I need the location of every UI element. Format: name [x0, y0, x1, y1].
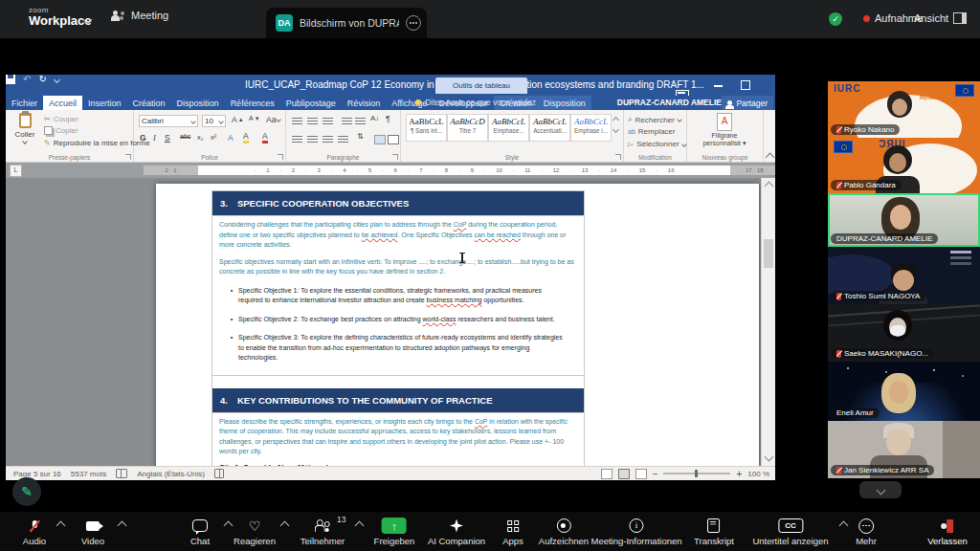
style-card-accentuation[interactable]: AaBbCcLAccentuati...	[529, 114, 570, 142]
video-options-chevron-icon[interactable]	[118, 521, 127, 531]
record-button[interactable]: Aufzeichnen	[539, 518, 589, 546]
styles-scroll-up-icon[interactable]	[612, 117, 619, 123]
align-center-button[interactable]	[307, 135, 318, 143]
align-right-button[interactable]	[323, 135, 333, 143]
ai-companion-button[interactable]: AI Companion	[428, 518, 485, 546]
view-button[interactable]: Ansicht	[914, 12, 967, 24]
zoom-level[interactable]: 100 %	[747, 470, 769, 478]
paste-button[interactable]: Coller	[10, 113, 40, 155]
replace-button[interactable]: ab Remplacer	[628, 127, 675, 136]
tab-references[interactable]: Références	[225, 96, 280, 110]
meeting-info-button[interactable]: i Meeting-Informationen	[590, 518, 681, 546]
increase-indent-button[interactable]	[355, 117, 366, 125]
qat-customize-icon[interactable]	[54, 76, 60, 82]
zoom-in-icon[interactable]: +	[736, 469, 742, 479]
undo-icon[interactable]: ↶	[23, 75, 31, 84]
watermark-button[interactable]: A Filigrane personnalisé ▾	[697, 113, 752, 147]
document-page[interactable]: 3.SPECIFIC COOPERATION OBJECTIVES Consid…	[156, 184, 759, 466]
web-layout-icon[interactable]	[635, 469, 647, 479]
participant-tile-jan-sienkiewicz[interactable]: Jan Sienkiewicz ARR SA	[828, 421, 980, 478]
apps-button[interactable]: Apps	[502, 518, 523, 546]
reactions-button[interactable]: ♡ Reagieren	[234, 518, 276, 546]
tab-revision[interactable]: Révision	[342, 96, 387, 110]
font-size-select[interactable]: 10	[202, 115, 226, 127]
save-icon[interactable]	[6, 75, 15, 84]
bold-button[interactable]: G	[140, 133, 146, 143]
paragraph-dialog-launcher-icon[interactable]	[392, 154, 398, 160]
underline-button[interactable]: S	[165, 133, 170, 143]
share-document-button[interactable]: Partager	[722, 96, 773, 110]
justify-button[interactable]	[338, 135, 348, 143]
tab-disposition[interactable]: Disposition	[171, 96, 225, 110]
copy-button[interactable]: Copier	[44, 126, 78, 135]
scrollbar-thumb[interactable]	[764, 239, 773, 268]
captions-button[interactable]: CC Untertitel anzeigen	[752, 518, 828, 546]
tab-ctx-disposition[interactable]: Disposition	[538, 96, 591, 110]
shrink-font-button[interactable]: A▼	[249, 115, 260, 121]
participant-tile-toshio-sumi[interactable]: Toshio Sumi NAGOYA	[828, 247, 980, 304]
sort-button[interactable]: A↓	[370, 114, 379, 122]
audio-options-chevron-icon[interactable]	[56, 521, 66, 531]
tab-accueil[interactable]: Accueil	[43, 96, 82, 110]
tab-options-icon[interactable]	[406, 15, 421, 31]
subscript-button[interactable]: x₂	[197, 133, 204, 142]
tab-insertion[interactable]: Insertion	[82, 96, 127, 110]
tell-me-box[interactable]: Dites-nous ce que vous voulez	[415, 98, 536, 107]
bullets-button[interactable]	[292, 117, 302, 125]
numbering-button[interactable]	[307, 117, 318, 125]
transcript-button[interactable]: Transkript	[694, 518, 734, 546]
line-spacing-button[interactable]: ⇅	[357, 132, 364, 141]
annotate-button[interactable]: ✎	[12, 477, 41, 506]
tab-publipostage[interactable]: Publipostage	[280, 96, 342, 110]
font-color-button[interactable]: A	[262, 131, 268, 143]
zoom-slider[interactable]	[663, 473, 730, 474]
styles-dialog-launcher-icon[interactable]	[615, 154, 621, 160]
font-name-select[interactable]: Calibri	[139, 115, 198, 127]
borders-button[interactable]	[388, 135, 399, 144]
account-name[interactable]: DUPRAZ-CANARD AMELIE	[617, 98, 722, 107]
redo-icon[interactable]: ↻	[38, 75, 46, 84]
tab-creation[interactable]: Création	[127, 96, 171, 110]
style-card-emphase[interactable]: AaBbCcLEmphase...	[488, 114, 529, 142]
change-case-button[interactable]: Aa	[266, 115, 280, 124]
tab-shared-screen[interactable]: DA Bildschirm von DUPRAZ-CANAR	[266, 8, 427, 38]
italic-button[interactable]: I	[153, 133, 156, 143]
participant-tile-pablo-gandara[interactable]: IURC Pablo Gándara	[828, 138, 980, 193]
participant-tile-dupraz-canard[interactable]: DUPRAZ-CANARD AMELIE	[828, 193, 980, 247]
more-participants-button[interactable]	[859, 481, 902, 498]
page-indicator[interactable]: Page 5 sur 16	[13, 470, 61, 478]
scroll-up-icon[interactable]	[765, 182, 774, 191]
security-shield-icon[interactable]: ✓	[829, 12, 842, 26]
word-count[interactable]: 5537 mots	[71, 470, 106, 478]
tab-fichier[interactable]: Fichier	[6, 96, 43, 110]
macro-record-icon[interactable]	[214, 469, 224, 478]
participant-tile-saeko-masaki[interactable]: Saeko MASAKI(NAGO...	[828, 304, 980, 362]
font-dialog-launcher-icon[interactable]	[278, 154, 283, 160]
zoom-out-icon[interactable]: −	[653, 469, 658, 479]
tab-meeting[interactable]: Meeting	[111, 10, 168, 21]
multilevel-list-button[interactable]	[323, 117, 333, 125]
text-effects-button[interactable]: A	[228, 133, 234, 143]
reactions-options-chevron-icon[interactable]	[280, 521, 290, 531]
select-button[interactable]: ▻ Sélectionner	[628, 140, 686, 148]
audio-button[interactable]: Audio	[23, 518, 46, 546]
style-card-emphase-intense[interactable]: AaBbCcLEmphase i...	[570, 114, 612, 142]
show-marks-button[interactable]: ¶	[386, 114, 390, 123]
clipboard-dialog-launcher-icon[interactable]	[125, 154, 131, 160]
captions-options-chevron-icon[interactable]	[839, 521, 849, 531]
style-card-titre7[interactable]: AaBbCcDTitre 7	[447, 114, 488, 142]
decrease-indent-button[interactable]	[342, 117, 352, 125]
find-button[interactable]: ⌕ Rechercher	[628, 115, 681, 124]
participants-options-chevron-icon[interactable]	[355, 521, 365, 531]
style-card-sans-interligne[interactable]: AaBbCcL¶ Sans int...	[406, 114, 447, 142]
proofing-icon[interactable]	[116, 469, 127, 478]
collapse-ribbon-icon[interactable]	[766, 153, 775, 163]
shading-button[interactable]	[374, 135, 386, 144]
styles-scroll-down-icon[interactable]	[612, 126, 619, 133]
zoom-slider-thumb[interactable]	[695, 470, 698, 477]
more-button[interactable]: Mehr	[856, 518, 877, 546]
leave-button[interactable]: Verlassen	[927, 518, 968, 546]
tab-selector[interactable]: L	[10, 165, 22, 177]
scroll-down-icon[interactable]	[765, 452, 774, 462]
cut-button[interactable]: ✂ Couper	[44, 115, 78, 123]
